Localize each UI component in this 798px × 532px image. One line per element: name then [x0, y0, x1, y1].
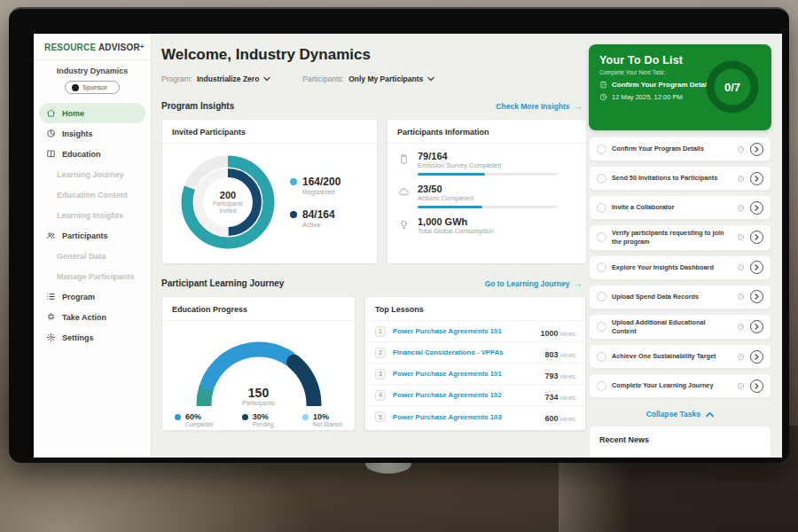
lesson-link[interactable]: Financial Considerations - VPPAs [393, 348, 537, 356]
todo-checkbox[interactable] [597, 381, 606, 391]
sidebar-item-settings[interactable]: Settings [34, 327, 151, 348]
todo-checkbox[interactable] [597, 174, 606, 184]
gauge-center-label: Participants [184, 400, 334, 406]
todo-checkbox[interactable] [597, 232, 606, 242]
clock-icon [737, 382, 745, 390]
todo-checkbox[interactable] [597, 203, 606, 213]
legend-label: Pending [253, 421, 274, 427]
todo-item[interactable]: Upload Spend Data Records [589, 285, 771, 309]
sidebar-item-learning-journey[interactable]: Learning Journey [34, 164, 151, 184]
recent-news-card: Recent News [589, 426, 771, 458]
todo-open-button[interactable] [750, 379, 763, 393]
todo-checkbox[interactable] [597, 145, 606, 154]
todo-item[interactable]: Confirm Your Program Details [589, 137, 771, 161]
todo-item[interactable]: Invite a Collaborator [589, 195, 771, 220]
lesson-link[interactable]: Power Purchase Agreements 103 [393, 413, 537, 421]
participants-value: Only My Participants [348, 74, 423, 83]
go-to-learning-journey-link[interactable]: Go to Learning Journey → [485, 279, 582, 288]
link-label: Go to Learning Journey [485, 279, 570, 288]
logo-advisor: ADVISOR [98, 43, 140, 52]
check-more-insights-link[interactable]: Check More Insights → [496, 102, 582, 111]
lesson-views: 734 [544, 393, 558, 402]
views-label: views [559, 416, 575, 422]
sidebar-item-label: Insights [62, 129, 93, 138]
sidebar-item-participants[interactable]: Participants [34, 225, 151, 246]
sidebar-item-manage-participants[interactable]: Manage Participants [34, 266, 151, 286]
sponsor-badge[interactable]: Sponsor [65, 81, 120, 94]
todo-open-button[interactable] [750, 290, 763, 303]
sidebar: RESOURCE ADVISOR+ Industry Dynamics Spon… [34, 34, 152, 458]
sidebar-item-label: General Data [57, 252, 106, 261]
todo-open-button[interactable] [750, 261, 763, 274]
views-label: views [559, 395, 575, 401]
stat-actions: 23/50 Actions Completed [398, 184, 575, 208]
lesson-link[interactable]: Power Purchase Agreements 101 [393, 327, 533, 335]
legend-value: 84/164 [302, 208, 335, 221]
sidebar-item-education[interactable]: Education [34, 144, 151, 164]
todo-open-button[interactable] [750, 201, 763, 215]
home-icon [46, 108, 56, 118]
clock-icon [737, 233, 745, 241]
todo-checkbox[interactable] [597, 262, 606, 272]
todo-checkbox[interactable] [597, 352, 606, 362]
todo-item[interactable]: Achieve One Sustainability Target [589, 344, 771, 369]
participants-dropdown[interactable]: Participants: Only My Participants [302, 74, 434, 83]
lesson-rank: 1 [375, 326, 386, 337]
legend-registered: 164/200 Registered [290, 176, 340, 196]
sidebar-item-home[interactable]: Home [39, 103, 145, 123]
stat-label: Actions Completed [418, 194, 575, 202]
todo-checkbox[interactable] [597, 292, 606, 301]
program-dropdown[interactable]: Program: Industrialize Zero [161, 74, 270, 83]
sidebar-item-general-data[interactable]: General Data [34, 246, 151, 266]
todo-item[interactable]: Upload Additional Educational Content [589, 314, 771, 340]
sidebar-item-label: Manage Participants [57, 272, 135, 281]
todo-panel: Your To Do List Complete Your Next Task:… [587, 34, 775, 458]
card-title: Participants Information [387, 120, 586, 144]
todo-item[interactable]: Send 50 Invitations to Participants [589, 166, 771, 191]
sidebar-item-label: Participants [62, 231, 108, 240]
insights-cards: Invited Participants 200 Partic [161, 119, 587, 264]
stat-label: Total Global Consumption [418, 227, 494, 235]
chevron-up-icon [706, 411, 714, 418]
todo-open-button[interactable] [750, 172, 763, 185]
todo-item[interactable]: Verify participants requesting to join t… [589, 224, 771, 251]
todo-open-button[interactable] [750, 320, 763, 333]
legend-pending: 30% Pending [242, 412, 274, 427]
todo-open-button[interactable] [750, 143, 763, 156]
sidebar-item-label: Learning Journey [57, 170, 124, 179]
clipboard-icon [599, 81, 607, 89]
todo-label: Confirm Your Program Details [612, 145, 732, 153]
lesson-views: 600 [544, 414, 558, 423]
todo-item[interactable]: Explore Your Insights Dashboard [589, 255, 771, 280]
dashboard-screen: RESOURCE ADVISOR+ Industry Dynamics Spon… [34, 34, 782, 458]
todo-open-button[interactable] [750, 350, 763, 364]
sidebar-item-take-action[interactable]: Take Action [34, 307, 151, 327]
todo-open-button[interactable] [750, 231, 763, 244]
legend-dot [175, 414, 181, 420]
collapse-tasks-link[interactable]: Collapse Tasks [587, 410, 773, 419]
legend-value: 60% [185, 412, 213, 421]
todo-label: Explore Your Insights Dashboard [612, 263, 732, 272]
sidebar-item-insights[interactable]: Insights [34, 123, 151, 144]
sidebar-item-learning-insights[interactable]: Learning Insights [34, 205, 151, 225]
legend-label: Registered [302, 188, 340, 196]
chevron-down-icon [427, 76, 434, 82]
divider [34, 59, 151, 60]
sponsor-label: Sponsor [82, 83, 107, 91]
todo-checkbox[interactable] [597, 322, 606, 332]
sidebar-item-program[interactable]: Program [34, 286, 151, 307]
lesson-link[interactable]: Power Purchase Agreements 101 [393, 370, 537, 378]
lesson-views: 793 [544, 372, 558, 380]
due-date-label: 12 May 2025, 12:00 PM [612, 93, 683, 101]
todo-item[interactable]: Complete Your Learning Journey [589, 373, 771, 398]
lesson-row: 2 Financial Considerations - VPPAs 803vi… [365, 342, 585, 364]
clock-icon [737, 293, 745, 301]
education-icon [46, 149, 56, 159]
lesson-rank: 5 [375, 411, 386, 422]
progress-track [418, 206, 558, 208]
views-label: views [559, 352, 575, 358]
program-insights-header: Program Insights Check More Insights → [161, 101, 582, 111]
invited-donut-chart: 200 Participants Invited [178, 153, 278, 252]
sidebar-item-education-content[interactable]: Education Content [34, 184, 151, 205]
lesson-link[interactable]: Power Purchase Agreements 102 [393, 391, 537, 399]
